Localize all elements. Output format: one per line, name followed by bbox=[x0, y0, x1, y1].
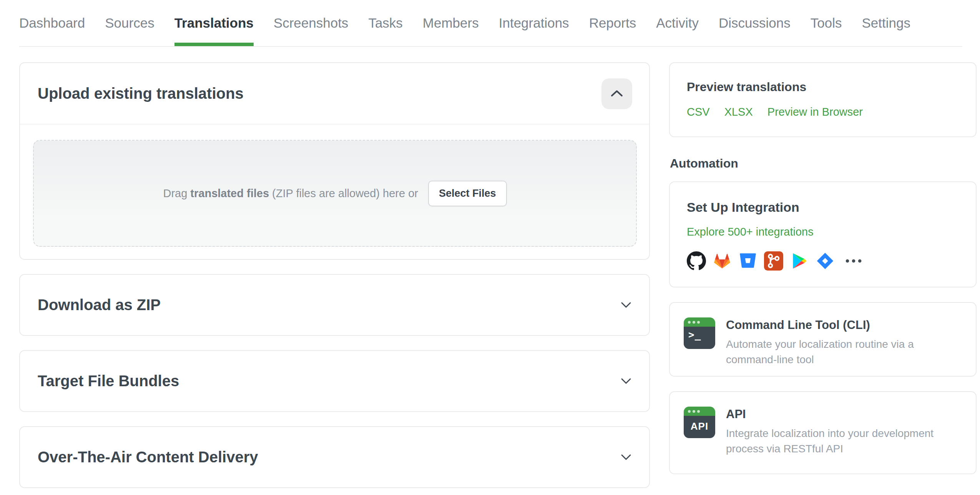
chevron-down-icon bbox=[621, 378, 631, 384]
download-zip-title: Download as ZIP bbox=[38, 296, 161, 314]
window-dot-icon bbox=[697, 410, 700, 413]
select-files-button[interactable]: Select Files bbox=[428, 181, 507, 206]
cli-tool-card[interactable]: >_ Command Line Tool (CLI) Automate your… bbox=[669, 302, 977, 377]
terminal-icon-titlebar bbox=[684, 317, 715, 327]
upload-card-body: Drag translated files (ZIP files are all… bbox=[20, 125, 649, 259]
download-as-zip-card[interactable]: Download as ZIP bbox=[19, 274, 650, 336]
file-dropzone[interactable]: Drag translated files (ZIP files are all… bbox=[33, 140, 637, 247]
tab-integrations[interactable]: Integrations bbox=[499, 15, 569, 46]
api-card-description: Integrate localization into your develop… bbox=[726, 426, 933, 457]
tab-sources[interactable]: Sources bbox=[105, 15, 154, 46]
preview-in-browser-link[interactable]: Preview in Browser bbox=[767, 106, 863, 118]
gitlab-icon[interactable] bbox=[713, 251, 732, 271]
over-the-air-card[interactable]: Over-The-Air Content Delivery bbox=[19, 426, 650, 488]
upload-existing-translations-card: Upload existing translations Drag transl… bbox=[19, 62, 650, 260]
window-dot-icon bbox=[688, 321, 691, 324]
tab-members[interactable]: Members bbox=[423, 15, 479, 46]
set-up-integration-title: Set Up Integration bbox=[687, 200, 959, 215]
more-integrations-icon[interactable] bbox=[844, 251, 864, 271]
automation-heading: Automation bbox=[670, 156, 977, 171]
tab-translations[interactable]: Translations bbox=[174, 15, 254, 46]
preview-translations-title: Preview translations bbox=[687, 80, 959, 94]
api-icon-label: API bbox=[684, 416, 715, 432]
tab-settings[interactable]: Settings bbox=[862, 15, 910, 46]
cli-card-title: Command Line Tool (CLI) bbox=[726, 318, 914, 332]
api-icon-titlebar bbox=[684, 407, 715, 416]
tab-tasks[interactable]: Tasks bbox=[368, 15, 402, 46]
api-icon: API bbox=[684, 407, 715, 438]
jira-icon[interactable] bbox=[816, 251, 835, 271]
explore-integrations-row: Explore 500+ integrations bbox=[687, 226, 959, 238]
project-tabs: Dashboard Sources Translations Screensho… bbox=[19, 0, 962, 47]
upload-card-title: Upload existing translations bbox=[38, 85, 244, 102]
tab-reports[interactable]: Reports bbox=[589, 15, 636, 46]
chevron-up-icon bbox=[610, 90, 623, 98]
terminal-prompt-glyph: >_ bbox=[684, 327, 715, 341]
chevron-down-icon bbox=[621, 302, 631, 308]
cli-card-text: Command Line Tool (CLI) Automate your lo… bbox=[726, 317, 914, 361]
xlsx-link[interactable]: XLSX bbox=[724, 106, 753, 118]
preview-translations-card: Preview translations CSV XLSX Preview in… bbox=[669, 62, 977, 137]
csv-link[interactable]: CSV bbox=[687, 106, 710, 118]
window-dot-icon bbox=[693, 321, 695, 324]
main-column: Upload existing translations Drag transl… bbox=[19, 62, 650, 488]
tab-tools[interactable]: Tools bbox=[811, 15, 842, 46]
api-card-text: API Integrate localization into your dev… bbox=[726, 407, 933, 459]
tab-activity[interactable]: Activity bbox=[656, 15, 699, 46]
over-the-air-title: Over-The-Air Content Delivery bbox=[38, 448, 258, 466]
upload-card-header: Upload existing translations bbox=[20, 63, 649, 125]
api-card[interactable]: API API Integrate localization into your… bbox=[669, 391, 977, 474]
window-dot-icon bbox=[697, 321, 700, 324]
tab-screenshots[interactable]: Screenshots bbox=[274, 15, 349, 46]
terminal-icon: >_ bbox=[684, 317, 715, 349]
window-dot-icon bbox=[688, 410, 691, 413]
cli-card-description: Automate your localization routine via a… bbox=[726, 337, 914, 367]
git-icon[interactable] bbox=[764, 251, 783, 271]
chevron-down-icon bbox=[621, 454, 631, 460]
google-play-icon[interactable] bbox=[790, 251, 809, 271]
target-file-bundles-card[interactable]: Target File Bundles bbox=[19, 350, 650, 412]
bitbucket-icon[interactable] bbox=[738, 251, 757, 271]
tab-dashboard[interactable]: Dashboard bbox=[19, 15, 85, 46]
collapse-section-button[interactable] bbox=[601, 78, 632, 109]
integration-icons-row bbox=[687, 251, 959, 271]
preview-links: CSV XLSX Preview in Browser bbox=[687, 106, 959, 118]
set-up-integration-card: Set Up Integration Explore 500+ integrat… bbox=[669, 181, 977, 287]
explore-integrations-link[interactable]: Explore 500+ integrations bbox=[687, 226, 814, 238]
api-card-title: API bbox=[726, 407, 933, 421]
github-icon[interactable] bbox=[687, 251, 706, 271]
dropzone-instruction: Drag translated files (ZIP files are all… bbox=[163, 187, 418, 200]
target-file-bundles-title: Target File Bundles bbox=[38, 372, 179, 390]
sidebar-column: Preview translations CSV XLSX Preview in… bbox=[669, 62, 977, 474]
tab-discussions[interactable]: Discussions bbox=[719, 15, 791, 46]
window-dot-icon bbox=[693, 410, 695, 413]
